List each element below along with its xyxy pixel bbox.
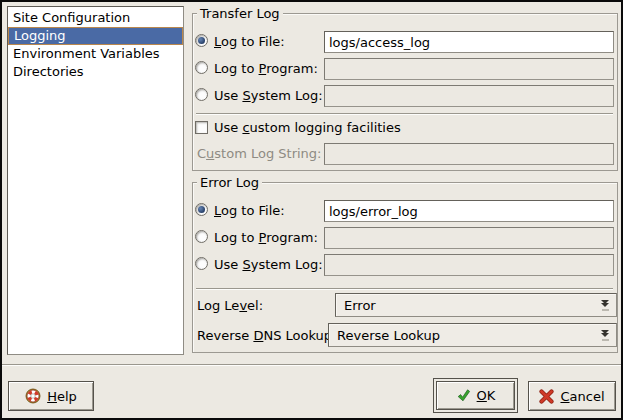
transfer-log-file-input[interactable] bbox=[324, 31, 614, 53]
custom-log-string-label: Custom Log String: bbox=[197, 145, 321, 162]
use-custom-logging-facilities-checkbox[interactable] bbox=[195, 121, 208, 134]
reverse-dns-lookup-label: Reverse DNS Lookup: bbox=[197, 327, 336, 344]
x-icon bbox=[539, 389, 554, 404]
error-log-program-input bbox=[324, 227, 614, 249]
transfer-system-log-input bbox=[324, 85, 614, 107]
transfer-use-system-log-radio[interactable] bbox=[195, 88, 208, 101]
lifebuoy-icon bbox=[25, 388, 41, 404]
transfer-log-separator bbox=[196, 113, 613, 115]
log-level-combo[interactable]: Error bbox=[335, 293, 617, 317]
error-log-frame-title: Error Log bbox=[197, 174, 262, 191]
cancel-button-label: Cancel bbox=[560, 388, 604, 405]
chevron-down-icon bbox=[601, 300, 610, 311]
sidebar-item-site-configuration[interactable]: Site Configuration bbox=[8, 9, 183, 27]
sidebar-item-logging[interactable]: Logging bbox=[8, 27, 183, 45]
ok-button-label: OK bbox=[477, 387, 496, 404]
reverse-dns-lookup-value: Reverse Lookup bbox=[337, 328, 440, 343]
transfer-log-to-file-radio[interactable] bbox=[195, 34, 208, 47]
ok-button-default-ring: OK bbox=[433, 378, 518, 413]
error-log-to-file-label[interactable]: Log to File: bbox=[214, 202, 285, 219]
action-area-separator bbox=[2, 364, 621, 366]
logging-settings-dialog: Site Configuration Logging Environment V… bbox=[0, 0, 623, 420]
transfer-log-program-input bbox=[324, 58, 614, 80]
error-log-file-input[interactable] bbox=[324, 200, 614, 222]
error-log-to-program-label[interactable]: Log to Program: bbox=[214, 229, 318, 246]
error-log-separator bbox=[196, 288, 613, 290]
use-custom-logging-facilities-label[interactable]: Use custom logging facilities bbox=[214, 119, 401, 136]
sidebar-item-environment-variables[interactable]: Environment Variables bbox=[8, 45, 183, 63]
section-list: Site Configuration Logging Environment V… bbox=[7, 6, 184, 355]
error-log-frame: Error Log Log to File: Log to Program: U… bbox=[192, 182, 618, 353]
error-use-system-log-label[interactable]: Use System Log: bbox=[214, 256, 323, 273]
help-button-label: Help bbox=[47, 388, 77, 405]
transfer-log-to-program-radio[interactable] bbox=[195, 61, 208, 74]
log-level-value: Error bbox=[344, 298, 376, 313]
error-use-system-log-radio[interactable] bbox=[195, 257, 208, 270]
transfer-log-frame: Transfer Log Log to File: Log to Program… bbox=[192, 13, 618, 171]
sidebar-item-directories[interactable]: Directories bbox=[8, 63, 183, 81]
error-log-to-program-radio[interactable] bbox=[195, 230, 208, 243]
cancel-button[interactable]: Cancel bbox=[528, 381, 616, 411]
log-level-label: Log Level: bbox=[197, 297, 263, 314]
custom-log-string-input bbox=[324, 143, 614, 165]
transfer-log-to-file-label[interactable]: Log to File: bbox=[214, 33, 285, 50]
chevron-down-icon bbox=[601, 330, 610, 341]
transfer-use-system-log-label[interactable]: Use System Log: bbox=[214, 87, 323, 104]
reverse-dns-lookup-combo[interactable]: Reverse Lookup bbox=[328, 323, 617, 347]
ok-button[interactable]: OK bbox=[436, 381, 515, 410]
help-button[interactable]: Help bbox=[8, 381, 94, 411]
transfer-log-to-program-label[interactable]: Log to Program: bbox=[214, 60, 318, 77]
check-icon bbox=[456, 388, 471, 403]
transfer-log-frame-title: Transfer Log bbox=[197, 5, 283, 22]
error-system-log-input bbox=[324, 254, 614, 276]
error-log-to-file-radio[interactable] bbox=[195, 203, 208, 216]
